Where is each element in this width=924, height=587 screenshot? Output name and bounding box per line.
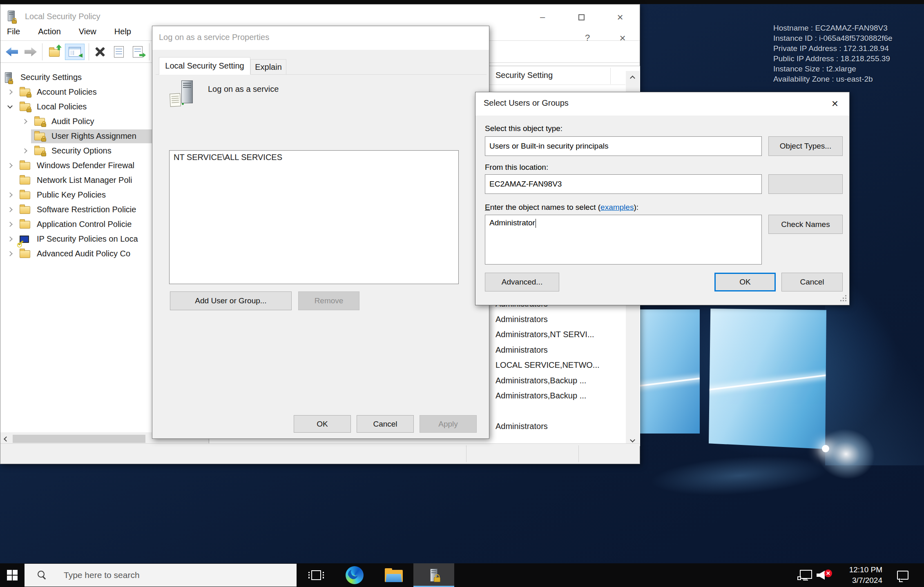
tree-item-audit-policy[interactable]: Audit Policy [1,114,152,129]
properties-list-icon [114,46,124,58]
tree-item-windows-defender-firewal[interactable]: Windows Defender Firewal [1,158,152,173]
chevron-collapsed-icon[interactable] [7,163,13,168]
menu-view[interactable]: View [79,27,96,36]
start-button[interactable] [0,563,25,587]
network-tray-icon[interactable] [795,563,814,587]
scroll-up-button[interactable] [626,71,639,85]
chevron-collapsed-icon[interactable] [7,207,13,212]
column-header-label: Security Setting [495,71,553,80]
chevron-collapsed-icon[interactable] [7,192,13,198]
list-row[interactable]: Administrators,Backup ... [489,373,624,388]
column-header-security-setting[interactable]: Security Setting [489,66,625,85]
folder-icon [20,206,30,214]
tree-item-label: Audit Policy [51,117,94,126]
forward-button[interactable] [22,44,39,60]
locations-button[interactable] [768,174,843,194]
taskbar-search-input[interactable]: Type here to search [25,564,297,587]
chevron-collapsed-icon[interactable] [7,89,13,95]
members-listbox[interactable]: NT SERVICE\ALL SERVICES [169,150,459,284]
close-button[interactable]: × [825,96,845,111]
add-user-or-group-button[interactable]: Add User or Group... [170,291,292,310]
tree-item-label: Network List Manager Poli [37,176,132,185]
chevron-collapsed-icon[interactable] [7,236,13,242]
chevron-collapsed-icon[interactable] [7,251,13,256]
list-row[interactable]: Administrators,NT SERVI... [489,327,624,342]
logon-as-service-properties-dialog: Log on as a service Properties ? × Local… [152,26,489,439]
minimize-button[interactable]: – [532,10,553,24]
taskbar-clock[interactable]: 12:10 PM 3/7/2024 [833,565,882,586]
tree-item-label: Advanced Audit Policy Co [37,249,130,258]
menu-action[interactable]: Action [38,27,61,36]
status-divider [578,445,579,462]
cancel-button[interactable]: Cancel [781,273,843,291]
folder-icon [20,250,30,258]
list-row[interactable]: Administrators,Backup ... [489,388,624,403]
properties-button[interactable] [111,44,127,60]
delete-button[interactable] [92,44,108,60]
tree-item-local-policies[interactable]: Local Policies [1,100,152,114]
volume-muted-icon: ✕ [817,569,832,581]
tree-item-security-options[interactable]: Security Options [1,144,152,158]
action-center-button[interactable] [891,563,914,587]
task-view-button[interactable] [303,563,329,587]
advanced-button[interactable]: Advanced... [485,273,559,291]
console-tree-toggle-button[interactable] [65,44,85,60]
folder-icon [20,162,30,170]
location-label: From this location: [485,163,548,172]
key-icon [18,240,23,245]
lock-icon [434,577,440,582]
tab-local-security-setting[interactable]: Local Security Setting [159,57,250,75]
tree-item-application-control-policie[interactable]: Application Control Policie [1,217,152,232]
chevron-collapsed-icon[interactable] [22,148,27,153]
tree-item-software-restriction-policie[interactable]: Software Restriction Policie [1,202,152,217]
ok-button[interactable]: OK [714,273,776,291]
lock-badge-icon [41,123,46,127]
tree-item-advanced-audit-policy-co[interactable]: Advanced Audit Policy Co [1,247,152,261]
tab-explain[interactable]: Explain [250,59,286,75]
member-item[interactable]: NT SERVICE\ALL SERVICES [174,153,282,162]
up-one-level-button[interactable] [46,44,62,60]
cancel-button[interactable]: Cancel [357,415,414,433]
resize-grip[interactable] [840,296,846,301]
volume-tray-icon[interactable]: ✕ [815,563,834,587]
tree-item-network-list-manager-poli[interactable]: Network List Manager Poli [1,173,152,188]
menu-help[interactable]: Help [114,27,131,36]
close-button[interactable]: × [612,31,633,45]
ok-button[interactable]: OK [294,415,351,433]
file-explorer-icon [385,568,403,582]
list-row[interactable]: Administrators [489,312,624,327]
maximize-button[interactable] [571,10,591,24]
object-type-field[interactable]: Users or Built-in security principals [485,136,762,156]
column-divider[interactable] [610,68,611,84]
examples-link[interactable]: examples [600,203,634,211]
instance-info: Hostname : EC2AMAZ-FAN98V3Instance ID : … [773,23,893,84]
tree-item-account-policies[interactable]: Account Policies [1,85,152,100]
clock-date: 3/7/2024 [833,575,882,586]
list-row[interactable]: Administrators [489,342,624,358]
list-row[interactable]: Administrators [489,419,624,434]
back-button[interactable] [4,44,20,60]
export-list-button[interactable] [129,44,146,60]
scrollbar-thumb[interactable] [13,435,145,443]
close-button[interactable]: × [610,10,630,24]
object-names-input[interactable]: Administrator [485,215,762,265]
tree-item-security-settings[interactable]: Security Settings [1,70,152,85]
chevron-collapsed-icon[interactable] [7,222,13,227]
list-row[interactable]: LOCAL SERVICE,NETWO... [489,358,624,373]
menu-file[interactable]: File [7,27,20,36]
wallpaper-flare-core [822,445,829,452]
chevron-expanded-icon[interactable] [7,103,13,109]
location-field[interactable]: EC2AMAZ-FAN98V3 [485,174,762,194]
tree-item-user-rights-assignmen[interactable]: User Rights Assignmen [1,129,152,144]
check-names-button[interactable]: Check Names [768,215,843,234]
local-security-policy-taskbar-button[interactable] [413,563,454,587]
lock-badge-icon [8,80,13,84]
wallpaper-horizon-line [640,377,700,388]
tree-item-public-key-policies[interactable]: Public Key Policies [1,188,152,202]
tree-item-ip-security-policies-on-loca[interactable]: IP Security Policies on Loca [1,232,152,247]
help-button[interactable]: ? [577,31,598,45]
object-types-button[interactable]: Object Types... [768,136,843,156]
edge-taskbar-button[interactable] [342,563,367,587]
chevron-collapsed-icon[interactable] [22,119,27,124]
file-explorer-taskbar-button[interactable] [382,563,406,587]
